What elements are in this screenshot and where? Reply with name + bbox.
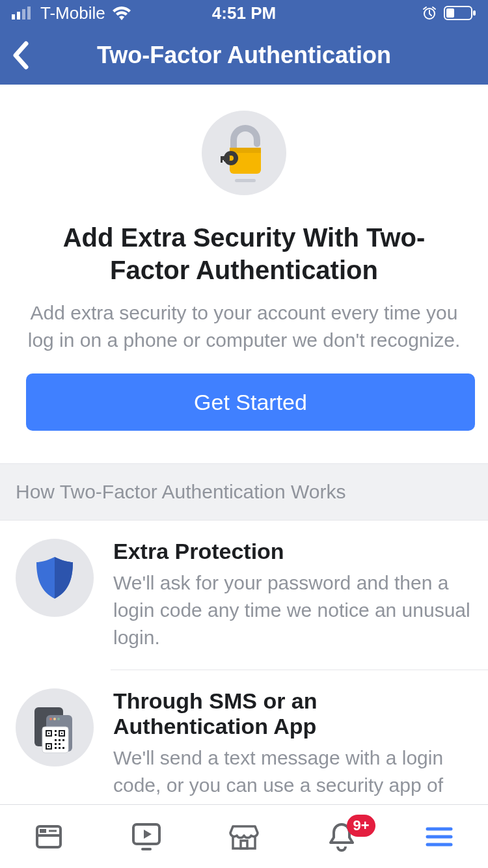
notification-badge: 9+ xyxy=(347,815,375,837)
tab-bar: 9+ xyxy=(0,804,488,868)
svg-rect-31 xyxy=(55,730,57,732)
tab-notifications[interactable]: 9+ xyxy=(322,817,361,856)
svg-rect-35 xyxy=(55,739,57,741)
info-title: Extra Protection xyxy=(113,539,472,564)
svg-rect-10 xyxy=(235,179,256,182)
svg-rect-2 xyxy=(22,9,25,20)
lock-key-icon xyxy=(202,111,286,195)
svg-rect-39 xyxy=(59,747,61,749)
svg-rect-33 xyxy=(59,739,61,741)
svg-rect-27 xyxy=(61,733,62,734)
tab-menu[interactable] xyxy=(420,817,459,856)
svg-rect-6 xyxy=(446,8,454,18)
tab-marketplace[interactable] xyxy=(224,817,264,856)
svg-rect-3 xyxy=(27,7,31,20)
battery-icon xyxy=(444,6,476,20)
svg-rect-34 xyxy=(62,739,64,741)
svg-rect-7 xyxy=(473,10,476,16)
svg-rect-30 xyxy=(48,746,49,747)
svg-rect-1 xyxy=(17,12,20,20)
svg-rect-40 xyxy=(55,747,57,749)
shield-icon xyxy=(16,539,94,617)
wifi-icon xyxy=(112,6,131,20)
info-title: Through SMS or an Authentication App xyxy=(113,688,472,739)
svg-rect-32 xyxy=(55,734,57,736)
svg-point-19 xyxy=(53,718,56,720)
page-title: Two-Factor Authentication xyxy=(0,42,488,69)
hero-subtitle: Add extra security to your account every… xyxy=(26,299,462,354)
carrier-label: T-Mobile xyxy=(40,3,105,23)
get-started-button[interactable]: Get Started xyxy=(26,373,475,431)
svg-rect-36 xyxy=(55,743,57,745)
status-bar: T-Mobile 4:51 PM xyxy=(0,0,488,26)
svg-rect-37 xyxy=(59,743,61,745)
back-button[interactable] xyxy=(12,41,30,70)
svg-rect-14 xyxy=(221,156,223,163)
tab-watch[interactable] xyxy=(127,817,166,856)
svg-point-18 xyxy=(49,718,52,720)
svg-rect-15 xyxy=(224,156,226,161)
svg-rect-47 xyxy=(241,841,247,848)
tab-news-feed[interactable] xyxy=(29,817,68,856)
hero-section: Add Extra Security With Two-Factor Authe… xyxy=(0,85,488,450)
clock-label: 4:51 PM xyxy=(212,3,276,23)
signal-icon xyxy=(12,7,34,20)
svg-rect-0 xyxy=(12,14,15,20)
info-item-extra-protection: Extra Protection We'll ask for your pass… xyxy=(0,521,488,670)
svg-rect-43 xyxy=(40,829,46,833)
svg-point-20 xyxy=(57,718,60,720)
devices-qr-icon xyxy=(16,688,94,766)
alarm-icon xyxy=(422,5,437,21)
hero-title: Add Extra Security With Two-Factor Authe… xyxy=(26,221,462,286)
nav-bar: Two-Factor Authentication xyxy=(0,26,488,85)
section-header: How Two-Factor Authentication Works xyxy=(0,463,488,521)
svg-rect-38 xyxy=(62,747,64,749)
info-desc: We'll ask for your password and then a l… xyxy=(113,569,472,651)
svg-rect-24 xyxy=(48,733,49,734)
